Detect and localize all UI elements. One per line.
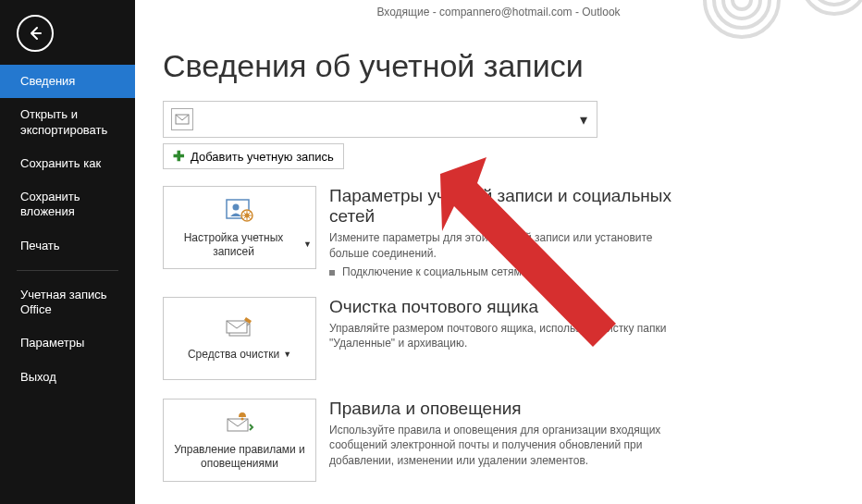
- nav-primary: Сведения Открыть и экспортировать Сохран…: [0, 65, 135, 394]
- section-body: Измените параметры для этой учетной запи…: [329, 230, 681, 262]
- tile-label: Управление правилами и оповещениями: [167, 443, 312, 471]
- section-heading: Очистка почтового ящика: [329, 297, 681, 317]
- nav-item-open-export[interactable]: Открыть и экспортировать: [0, 98, 135, 147]
- nav-item-exit[interactable]: Выход: [0, 361, 135, 394]
- section-body: Используйте правила и оповещения для орг…: [329, 423, 681, 469]
- page-title: Сведения об учетной записи: [163, 48, 834, 84]
- account-icon: [171, 108, 193, 130]
- section-body: Управляйте размером почтового ящика, исп…: [329, 321, 681, 352]
- nav-label: Печать: [20, 239, 60, 252]
- backstage-sidebar: Сведения Открыть и экспортировать Сохран…: [0, 0, 135, 504]
- main-panel: Входящие - compannero@hotmail.com - Outl…: [135, 0, 862, 504]
- chevron-down-icon: ▼: [303, 240, 312, 250]
- arrow-left-icon: [26, 24, 44, 43]
- plus-icon: ✚: [173, 148, 185, 165]
- cleanup-tools-icon: [224, 314, 255, 344]
- nav-label: Параметры: [20, 336, 84, 350]
- svg-point-9: [233, 204, 240, 211]
- nav-label: Сведения: [20, 74, 75, 88]
- nav-label: Открыть и экспортировать: [20, 107, 107, 136]
- tile-cleanup-tools[interactable]: Средства очистки▼: [163, 297, 316, 380]
- chevron-down-icon: ▾: [580, 111, 587, 129]
- nav-item-info[interactable]: Сведения: [0, 65, 135, 98]
- nav-separator: [17, 270, 118, 271]
- nav-label: Выход: [20, 370, 56, 384]
- nav-label: Сохранить вложения: [20, 190, 80, 218]
- section-bullet: Подключение к социальным сетям.: [329, 265, 681, 278]
- nav-label: Сохранить как: [20, 156, 101, 170]
- section-heading: Параметры учетной записи и социальных се…: [329, 186, 681, 227]
- section-cleanup: Средства очистки▼ Очистка почтового ящик…: [163, 297, 681, 380]
- add-account-button[interactable]: ✚ Добавить учетную запись: [163, 143, 344, 169]
- account-selector[interactable]: ▾: [163, 101, 597, 138]
- tile-account-settings[interactable]: Настройка учетных записей▼: [163, 186, 316, 269]
- section-heading: Правила и оповещения: [329, 399, 681, 419]
- section-rules-alerts: Управление правилами и оповещениями Прав…: [163, 399, 681, 482]
- add-account-label: Добавить учетную запись: [191, 150, 334, 164]
- section-account-settings: Настройка учетных записей▼ Параметры уче…: [163, 186, 681, 278]
- nav-label: Учетная запись Office: [20, 288, 107, 316]
- rules-alerts-icon: [224, 410, 255, 439]
- nav-item-print[interactable]: Печать: [0, 229, 135, 263]
- chevron-down-icon: ▼: [283, 350, 291, 360]
- svg-point-15: [241, 417, 244, 420]
- svg-point-11: [245, 214, 250, 218]
- nav-item-save-as[interactable]: Сохранить как: [0, 147, 135, 180]
- tile-rules-alerts[interactable]: Управление правилами и оповещениями: [163, 399, 316, 482]
- tile-label: Настройка учетных записей: [167, 231, 300, 259]
- tile-label: Средства очистки: [188, 348, 279, 362]
- nav-item-save-attachments[interactable]: Сохранить вложения: [0, 180, 135, 229]
- nav-item-office-account[interactable]: Учетная запись Office: [0, 278, 135, 327]
- back-button[interactable]: [17, 15, 54, 52]
- nav-item-options[interactable]: Параметры: [0, 326, 135, 360]
- account-settings-icon: [224, 196, 255, 227]
